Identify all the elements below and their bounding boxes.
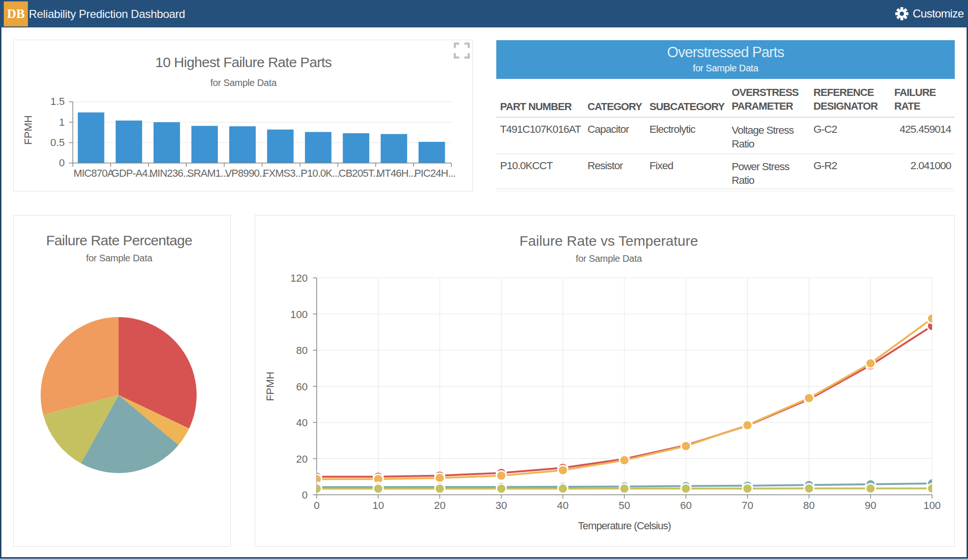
svg-text:40: 40 <box>296 417 308 429</box>
svg-text:for Sample Data: for Sample Data <box>576 253 642 264</box>
svg-text:90: 90 <box>865 500 876 511</box>
svg-text:for Sample Data: for Sample Data <box>210 78 277 88</box>
svg-text:Temperature (Celsius): Temperature (Celsius) <box>578 520 671 532</box>
svg-text:60: 60 <box>680 500 691 511</box>
svg-text:CB205T...: CB205T... <box>338 167 380 179</box>
svg-text:0: 0 <box>302 489 308 501</box>
svg-text:120: 120 <box>290 272 308 284</box>
svg-text:0: 0 <box>59 157 65 169</box>
svg-text:GDP-A4...: GDP-A4... <box>112 167 155 179</box>
svg-text:0.5: 0.5 <box>50 137 65 148</box>
svg-text:0: 0 <box>314 500 320 511</box>
svg-text:60: 60 <box>296 381 308 393</box>
svg-text:P10.0K...: P10.0K... <box>301 167 339 179</box>
svg-text:80: 80 <box>803 500 814 511</box>
svg-text:for Sample Data: for Sample Data <box>86 253 153 263</box>
svg-text:1: 1 <box>59 116 65 128</box>
svg-text:20: 20 <box>434 500 445 511</box>
svg-text:MT46H...: MT46H... <box>376 167 415 179</box>
svg-text:FPMH: FPMH <box>264 371 276 401</box>
svg-text:30: 30 <box>495 500 507 511</box>
svg-text:SRAM1...: SRAM1... <box>187 167 228 179</box>
svg-text:100: 100 <box>290 309 308 320</box>
svg-text:100: 100 <box>924 500 941 511</box>
svg-text:50: 50 <box>619 500 630 511</box>
svg-text:Failure Rate vs Temperature: Failure Rate vs Temperature <box>519 233 698 249</box>
svg-text:80: 80 <box>296 345 308 356</box>
svg-text:MIC870A: MIC870A <box>74 167 114 179</box>
svg-text:10 Highest Failure Rate Parts: 10 Highest Failure Rate Parts <box>155 54 331 70</box>
svg-text:1.5: 1.5 <box>50 95 65 107</box>
svg-text:MIN236...: MIN236... <box>149 167 190 179</box>
svg-text:PIC24H...: PIC24H... <box>414 167 455 179</box>
svg-text:40: 40 <box>557 500 569 511</box>
svg-text:10: 10 <box>372 500 384 511</box>
svg-text:FXMS3...: FXMS3... <box>263 167 302 179</box>
svg-text:20: 20 <box>296 453 308 465</box>
svg-text:FPMH: FPMH <box>22 115 34 145</box>
svg-text:VP8990...: VP8990... <box>225 167 267 179</box>
svg-text:Failure Rate Percentage: Failure Rate Percentage <box>46 233 192 248</box>
svg-text:70: 70 <box>742 500 753 511</box>
